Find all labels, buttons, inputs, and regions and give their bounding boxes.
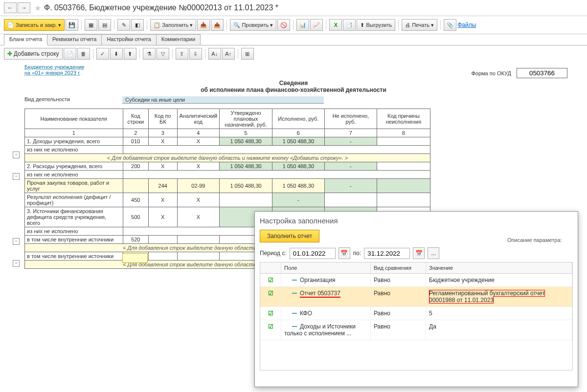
no-check-icon[interactable]: 🚫	[277, 19, 290, 31]
calendar-icon[interactable]: 📅	[413, 247, 425, 259]
checkbox-icon[interactable]: ☑	[268, 277, 273, 283]
export2-icon[interactable]: 📈	[310, 19, 323, 31]
tab-comments[interactable]: Комментарии	[156, 34, 201, 45]
sub-toolbar: ✚Добавить строку 📄 🗑 ✓ ⬇ ⬆ ⚗ ▽ ⇧ ⇩ A↓ A↑…	[0, 45, 587, 62]
param-row: ☑ КФО Равно 5	[260, 307, 572, 320]
excel-icon[interactable]: X	[329, 19, 342, 31]
param-row: ☑ Доходы и Источники только с исполнение…	[260, 320, 572, 340]
tree-toggle[interactable]: −	[13, 260, 20, 267]
misc-icon[interactable]: 📑	[343, 19, 356, 31]
tree-toggle[interactable]: −	[13, 238, 20, 245]
tab-blank[interactable]: Бланк отчета	[4, 34, 47, 45]
activity-label: Вид деятельности	[24, 96, 122, 104]
filter-icon[interactable]: ⚗	[143, 48, 156, 60]
down-icon[interactable]: ⬇	[110, 48, 123, 60]
attach-icon[interactable]: 📎	[444, 19, 456, 31]
tree-toggle[interactable]: −	[13, 173, 20, 180]
table-view-icon[interactable]: ▦	[85, 19, 97, 31]
save-button[interactable]: 💾	[66, 19, 78, 31]
print-button[interactable]: 🖨Печать▾	[402, 19, 437, 31]
tab-settings[interactable]: Настройки отчета	[101, 34, 156, 45]
fill-button[interactable]: 📋Заполнить▾	[150, 19, 196, 31]
up-icon[interactable]: ⬆	[124, 48, 136, 60]
arrow-down-icon[interactable]: ⇩	[189, 48, 202, 60]
accept-icon[interactable]: ✓	[96, 48, 109, 60]
param-row: ☑ Организация Равно Бюджетное учреждение	[260, 274, 572, 287]
activity-value[interactable]: Субсидии на иные цели	[122, 96, 324, 104]
clear-icon[interactable]: 📤	[211, 19, 224, 31]
okud-block: Форма по ОКУД	[471, 68, 567, 78]
calendar-icon[interactable]: 📅	[339, 247, 350, 259]
period-menu-button[interactable]: ...	[428, 247, 439, 259]
report-value-highlight[interactable]: Регламентированный бухгалтерский отчет 0…	[429, 290, 545, 304]
funnel-icon[interactable]: ▽	[157, 48, 169, 60]
save-close-button[interactable]: 📄Записать и закр.▾	[4, 19, 65, 31]
window-title: Ф. 0503766, Бюджетное учреждение №000020…	[44, 3, 278, 12]
period-to-input[interactable]	[364, 248, 410, 259]
check-button[interactable]: 🔍Проверить▾	[230, 19, 276, 31]
copy-icon[interactable]: 📄	[64, 48, 76, 60]
highlight-box	[122, 253, 148, 263]
params-table[interactable]: Поле Вид сравнения Значение ☑ Организаци…	[260, 262, 573, 370]
sort-za-icon[interactable]: A↑	[222, 48, 235, 60]
arrow-up-icon[interactable]: ⇧	[176, 48, 188, 60]
files-link[interactable]: Файлы	[457, 22, 476, 28]
tab-requisites[interactable]: Реквизиты отчета	[47, 34, 102, 45]
favorite-star-icon[interactable]: ★	[34, 3, 41, 13]
okud-input[interactable]	[517, 68, 567, 78]
main-toolbar: 📄Записать и закр.▾ 💾 ▦ ▤ ✎ ◧ 📋Заполнить▾…	[0, 16, 587, 34]
report-title: Сведения	[10, 80, 577, 87]
report-subtitle: об исполнении плана финансово-хозяйствен…	[10, 87, 577, 93]
nav-back[interactable]: ←	[4, 2, 17, 13]
report-field-highlight: Отчет 0503737	[300, 290, 340, 298]
tabs: Бланк отчета Реквизиты отчета Настройки …	[0, 34, 587, 45]
tree-toggle[interactable]: −	[13, 152, 20, 158]
checkbox-icon[interactable]: ☑	[268, 290, 273, 297]
fill-icon[interactable]: 📥	[197, 19, 210, 31]
add-row-button[interactable]: ✚Добавить строку	[4, 48, 63, 60]
checkbox-icon[interactable]: ☑	[268, 323, 273, 330]
nav-forward[interactable]: →	[18, 2, 30, 13]
fill-report-button[interactable]: Заполнить отчет	[260, 230, 319, 242]
toggle-icon[interactable]: ◧	[131, 19, 144, 31]
upload-button[interactable]: ⬆Выгрузить	[357, 19, 395, 31]
fill-settings-popup: Настройка заполнения Заполнить отчет Пер…	[254, 211, 578, 387]
export1-icon[interactable]: 📊	[296, 19, 309, 31]
titlebar: ← → ★ Ф. 0503766, Бюджетное учреждение №…	[0, 0, 587, 16]
param-row-selected: ☑ Отчет 0503737 Равно Регламентированный…	[260, 287, 572, 307]
period-from-input[interactable]	[290, 248, 336, 259]
edit-icon[interactable]: ✎	[117, 19, 130, 31]
structure-icon[interactable]: ⊞	[241, 48, 254, 60]
checkbox-icon[interactable]: ☑	[268, 310, 273, 317]
sort-az-icon[interactable]: A↓	[208, 48, 221, 60]
grid-icon[interactable]: ▤	[98, 19, 111, 31]
popup-title: Настройка заполнения	[260, 217, 573, 225]
param-description-label: Описание параметра:	[507, 237, 576, 243]
delete-icon[interactable]: 🗑	[77, 48, 90, 60]
